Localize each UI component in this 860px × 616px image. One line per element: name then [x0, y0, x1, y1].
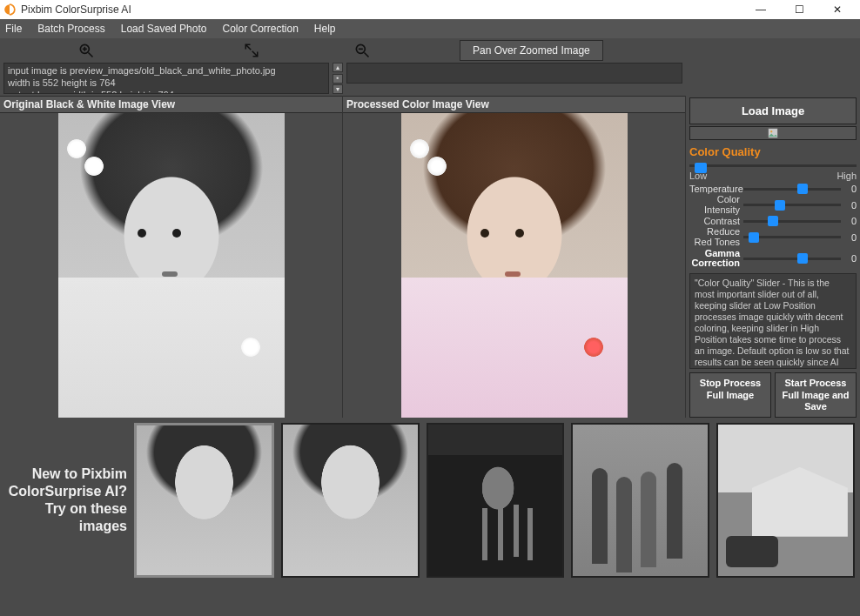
slider-label: Color Intensity [689, 195, 740, 215]
start-process-button[interactable]: Start Process Full Image and Save [775, 372, 857, 418]
processed-header: Processed Color Image View [343, 96, 685, 113]
app-title: Pixbim ColorSurprise AI [21, 3, 742, 16]
slider-row: Reduce Red Tones0 [689, 227, 857, 247]
processed-pane: Processed Color Image View [343, 96, 686, 418]
slider-row: Gamma Correction0 [689, 249, 857, 269]
processed-image [401, 113, 628, 418]
sample-image-2[interactable] [281, 423, 420, 578]
slider-label: Reduce Red Tones [689, 227, 740, 247]
slider-track[interactable] [743, 253, 841, 264]
slider-row: Contrast0 [689, 216, 857, 226]
info-textbox: input image is preview_images/old_black_… [3, 63, 329, 94]
original-view[interactable] [0, 113, 342, 418]
color-quality-title: Color Quality [689, 145, 857, 158]
sample-image-5[interactable] [716, 423, 855, 578]
status-textbox [346, 63, 682, 84]
sample-image-1[interactable] [134, 423, 274, 578]
svg-line-5 [365, 53, 369, 57]
scroll-down-button[interactable]: ▾ [333, 84, 343, 94]
menu-file[interactable]: File [5, 23, 22, 35]
help-text: "Color Quality" Slider - This is the mos… [689, 273, 857, 370]
window-controls: — ☐ ✕ [742, 0, 857, 19]
info-scrollbar: ▴ ▪ ▾ [333, 63, 343, 94]
quality-range-labels: Low High [689, 171, 857, 181]
stop-process-button[interactable]: Stop Process Full Image [689, 372, 771, 418]
slider-track[interactable] [743, 232, 841, 243]
info-line: output Image width is 552 height is 764 [8, 90, 325, 95]
original-header: Original Black & White Image View [0, 96, 342, 113]
viewer-columns: Original Black & White Image View Proces… [0, 96, 686, 418]
intro-text: New to Pixbim ColorSurprise AI?Try on th… [5, 465, 127, 535]
process-buttons: Stop Process Full Image Start Process Fu… [689, 372, 857, 418]
slider-track[interactable] [743, 216, 841, 226]
svg-line-1 [89, 53, 93, 57]
maximize-button[interactable]: ☐ [780, 0, 818, 19]
slider-label: Contrast [689, 217, 740, 227]
app-logo-icon [3, 3, 16, 16]
load-image-button[interactable]: Load Image [689, 97, 857, 124]
svg-point-8 [770, 131, 772, 132]
sample-strip: New to Pixbim ColorSurprise AI?Try on th… [0, 418, 860, 583]
expand-icon[interactable] [241, 41, 262, 60]
slider-row: Color Intensity0 [689, 195, 857, 215]
left-tools [3, 41, 334, 60]
right-tools: Pan Over Zoomed Image [334, 40, 857, 61]
sample-image-4[interactable] [571, 423, 709, 578]
close-button[interactable]: ✕ [818, 0, 857, 19]
slider-track[interactable] [743, 200, 841, 211]
color-quality-slider[interactable] [689, 162, 857, 169]
info-line: width is 552 height is 764 [8, 77, 325, 90]
slider-value: 0 [844, 232, 857, 243]
slider-value: 0 [844, 253, 857, 264]
pan-button[interactable]: Pan Over Zoomed Image [460, 40, 603, 61]
minimize-button[interactable]: — [742, 0, 780, 19]
slider-label: Temperature [689, 184, 740, 195]
processed-view[interactable] [343, 113, 685, 418]
toolbar: Pan Over Zoomed Image [0, 38, 860, 63]
slider-label: Gamma Correction [689, 249, 740, 269]
main-area: Original Black & White Image View Proces… [0, 96, 860, 418]
sample-image-3[interactable] [427, 423, 565, 578]
picture-icon [767, 127, 779, 139]
zoom-in-left-icon[interactable] [76, 41, 97, 60]
original-pane: Original Black & White Image View [0, 96, 343, 418]
slider-value: 0 [844, 200, 857, 211]
info-line: input image is preview_images/old_black_… [8, 65, 325, 77]
slider-value: 0 [844, 184, 857, 194]
zoom-out-right-icon[interactable] [352, 41, 373, 60]
menu-batch-process[interactable]: Batch Process [37, 23, 104, 35]
menu-color-correction[interactable]: Color Correction [222, 23, 298, 35]
titlebar: Pixbim ColorSurprise AI — ☐ ✕ [0, 0, 860, 19]
menu-load-saved-photo[interactable]: Load Saved Photo [121, 23, 207, 35]
slider-row: Temperature0 [689, 184, 857, 194]
info-row: input image is preview_images/old_black_… [0, 63, 860, 96]
scroll-up-button[interactable]: ▴ [333, 63, 343, 72]
high-label: High [836, 171, 857, 181]
scroll-mid-button[interactable]: ▪ [333, 74, 343, 84]
slider-value: 0 [844, 216, 857, 226]
menu-help[interactable]: Help [314, 23, 336, 35]
menubar: File Batch Process Load Saved Photo Colo… [0, 19, 860, 38]
side-panel: Load Image Color Quality Low High Temper… [686, 96, 860, 418]
original-image [58, 113, 285, 418]
tool-icon-strip[interactable] [689, 126, 857, 140]
slider-track[interactable] [743, 184, 841, 194]
